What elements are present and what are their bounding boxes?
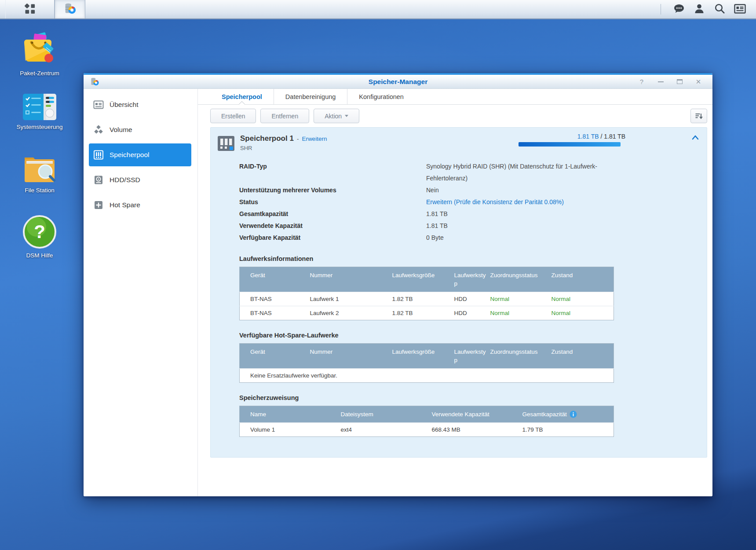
col-laufwerksgroesse: Laufwerksgröße (392, 267, 454, 292)
search-button[interactable] (709, 0, 730, 19)
chat-icon (673, 4, 685, 15)
col-zustand: Zustand (551, 267, 614, 292)
storage-pool-icon (93, 150, 104, 160)
tab-speicherpool[interactable]: Speicherpool (210, 89, 274, 104)
detail-value: Synology Hybrid RAID (SHR) (Mit Datensch… (426, 161, 598, 184)
detail-row: Verfügbare Kapazität 0 Byte (239, 232, 707, 244)
main-menu-button[interactable] (5, 0, 55, 18)
detail-value: 1.81 TB (426, 220, 448, 232)
sidebar-item-label: Übersicht (110, 101, 138, 109)
create-button[interactable]: Erstellen (210, 109, 256, 123)
col-geraet: Gerät (240, 344, 310, 369)
col-zuordnungsstatus: Zuordnungsstatus (490, 344, 551, 369)
tab-konfigurationen[interactable]: Konfigurationen (347, 89, 415, 104)
col-zuordnungsstatus: Zuordnungsstatus (490, 267, 551, 292)
control-panel-icon (13, 93, 66, 121)
window-body: Übersicht Volume (84, 89, 712, 496)
col-laufwerkstyp: Laufwerkstyp (454, 344, 490, 369)
info-icon[interactable] (570, 411, 577, 418)
storage-pool-panel[interactable]: Speicherpool 1 - Erweitern SHR 1.81 TB /… (210, 127, 707, 458)
sidebar-item-uebersicht[interactable]: Übersicht (89, 93, 191, 116)
taskbar-right (661, 0, 756, 18)
collapse-button[interactable] (691, 134, 700, 142)
close-button[interactable]: ✕ (695, 78, 702, 85)
window-controls: ? ✕ (638, 78, 712, 85)
volume-icon (93, 125, 104, 135)
pool-header-text: Speicherpool 1 - Erweitern SHR (240, 133, 327, 156)
col-nummer: Nummer (310, 344, 392, 369)
notifications-button[interactable] (669, 0, 689, 19)
col-laufwerkstyp: Laufwerkstyp (454, 267, 490, 292)
storage-manager-window: Speicher-Manager ? ✕ (84, 73, 712, 496)
package-center-icon (13, 32, 66, 67)
sort-icon (694, 112, 703, 121)
status-badge: Normal (551, 306, 614, 320)
table-row[interactable]: BT-NAS Laufwerk 2 1.82 TB HDD Normal Nor… (240, 306, 614, 320)
col-laufwerksgroesse: Laufwerksgröße (392, 344, 454, 369)
tab-label: Konfigurationen (359, 93, 404, 100)
minimize-button[interactable] (657, 78, 664, 85)
tab-label: Datenbereinigung (285, 93, 336, 100)
capacity-text: 1.81 TB / 1.81 TB (577, 133, 625, 140)
pool-title-dash: - (297, 136, 299, 142)
user-menu-button[interactable] (689, 0, 709, 19)
sidebar-item-label: Volume (110, 126, 132, 134)
taskbar-storage-manager-button[interactable] (55, 0, 85, 18)
pool-icon (216, 133, 237, 156)
detail-label: Verfügbare Kapazität (239, 232, 426, 244)
hot-spare-title: Verfügbare Hot-Spare-Laufwerke (239, 332, 707, 339)
remove-button[interactable]: Entfernen (260, 109, 309, 123)
detail-row: Verwendete Kapazität 1.81 TB (239, 220, 707, 232)
sidebar-item-label: Hot Spare (110, 201, 140, 209)
table-row[interactable]: BT-NAS Laufwerk 1 1.82 TB HDD Normal Nor… (240, 292, 614, 306)
maximize-button[interactable] (676, 78, 683, 85)
table-header-row: Name Dateisystem Verwendete Kapazität Ge… (240, 406, 614, 423)
minimize-icon (658, 81, 664, 82)
pool-raid-type: SHR (240, 145, 327, 151)
table-header-row: Gerät Nummer Laufwerksgröße Laufwerkstyp… (240, 267, 614, 292)
desktop-icon-label: File Station (13, 187, 66, 194)
desktop: Paket-Zentrum Systemsteuerung (0, 0, 756, 550)
detail-value: Nein (426, 184, 439, 196)
tab-datenbereinigung[interactable]: Datenbereinigung (274, 89, 347, 104)
sidebar-item-hot-spare[interactable]: Hot Spare (89, 194, 191, 216)
desktop-icon-dsm-hilfe[interactable]: ? DSM Hilfe (13, 215, 66, 259)
expand-link[interactable]: Erweitern (302, 136, 327, 142)
action-button-label: Aktion (325, 113, 342, 120)
sidebar-item-speicherpool[interactable]: Speicherpool (89, 143, 191, 166)
sidebar-item-label: HDD/SSD (110, 176, 140, 184)
help-icon: ? (13, 215, 66, 249)
table-header-row: Gerät Nummer Laufwerksgröße Laufwerkstyp… (240, 344, 614, 369)
desktop-icon-file-station[interactable]: File Station (13, 155, 66, 194)
widgets-button[interactable] (730, 0, 750, 19)
table-row[interactable]: Volume 1 ext4 668.43 MB 1.79 TB (240, 423, 614, 437)
desktop-icon-systemsteuerung[interactable]: Systemsteuerung (13, 93, 66, 131)
file-station-icon (13, 155, 66, 184)
hdd-icon (93, 175, 104, 185)
window-titlebar[interactable]: Speicher-Manager ? ✕ (84, 75, 712, 89)
sidebar-item-label: Speicherpool (110, 151, 149, 159)
toolbar: Erstellen Entfernen Aktion (210, 109, 707, 123)
taskbar-separator (661, 4, 661, 15)
hot-spare-table: Gerät Nummer Laufwerksgröße Laufwerkstyp… (239, 343, 614, 383)
detail-label: Gesamtkapazität (239, 208, 426, 220)
help-button[interactable]: ? (638, 78, 645, 85)
search-icon (714, 3, 725, 15)
status-value-link[interactable]: Erweitern (Prüfe die Konsistenz der Pari… (426, 196, 564, 208)
capacity-progress-bar (519, 142, 621, 147)
tab-bar: Speicherpool Datenbereinigung Konfigurat… (198, 89, 712, 105)
drive-info-title: Laufwerksinformationen (239, 255, 707, 262)
capacity-used: 1.81 TB (577, 133, 599, 140)
taskbar (0, 0, 756, 19)
detail-row: Gesamtkapazität 1.81 TB (239, 208, 707, 220)
col-zustand: Zustand (551, 344, 614, 369)
desktop-icon-paket-zentrum[interactable]: Paket-Zentrum (13, 32, 66, 77)
sidebar-item-hdd-ssd[interactable]: HDD/SSD (89, 169, 191, 191)
sidebar-item-volume[interactable]: Volume (89, 118, 191, 141)
action-dropdown-button[interactable]: Aktion (314, 109, 359, 123)
detail-value: 1.81 TB (426, 208, 448, 220)
sort-button[interactable] (690, 109, 707, 123)
desktop-icon-label: DSM Hilfe (13, 252, 66, 259)
capacity-separator: / (599, 133, 604, 140)
svg-text:?: ? (34, 221, 45, 242)
